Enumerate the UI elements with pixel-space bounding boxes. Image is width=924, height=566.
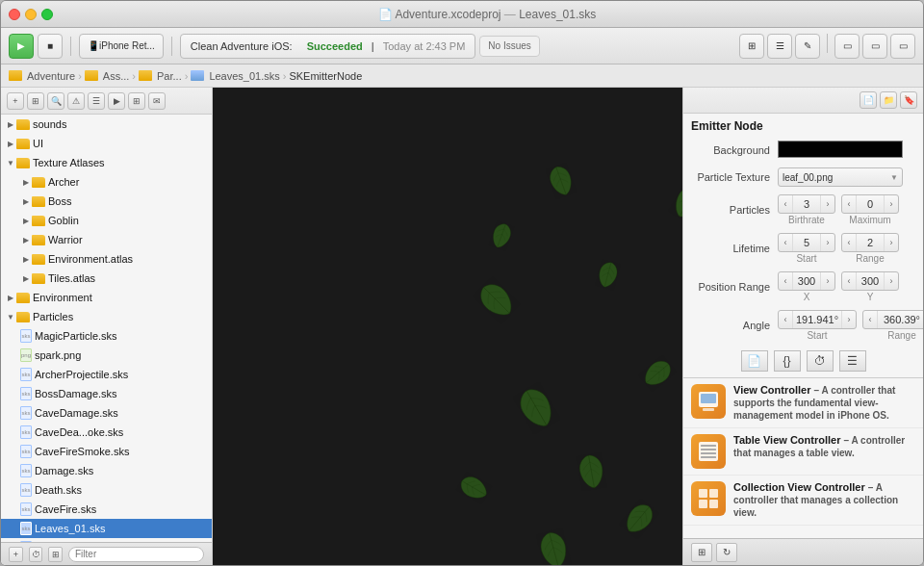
- disclosure-warrior: [20, 234, 32, 245]
- rp-refresh-icon[interactable]: ↻: [716, 543, 737, 562]
- sidebar-item-cavedea[interactable]: sks CaveDea...oke.sks: [1, 423, 212, 442]
- sidebar-item-spark[interactable]: png spark.png: [1, 346, 212, 365]
- maximum-stepper[interactable]: ‹ 0 ›: [841, 194, 899, 214]
- minimize-button[interactable]: [25, 9, 37, 20]
- sb-btn-7[interactable]: ⊞: [128, 92, 145, 110]
- breadcrumb-item-1[interactable]: Adventure: [27, 70, 75, 82]
- sidebar-item-environment[interactable]: Environment: [1, 288, 212, 307]
- position-y-dec[interactable]: ‹: [842, 271, 856, 291]
- seg-list[interactable]: ☰: [839, 350, 866, 372]
- sidebar-item-env-atlas[interactable]: Environment.atlas: [1, 249, 212, 269]
- position-y-col: ‹ 300 › Y: [841, 271, 899, 302]
- rp-grid-icon[interactable]: ⊞: [691, 543, 712, 562]
- angle-range-value: 360.39°: [877, 311, 923, 328]
- birthrate-stepper[interactable]: ‹ 3 ›: [778, 194, 835, 214]
- lifetime-range-inc[interactable]: ›: [885, 233, 898, 252]
- sidebar-item-boss[interactable]: Boss: [1, 192, 212, 211]
- sidebar: + ⊞ 🔍 ⚠ ☰ ▶ ⊞ ✉ sounds UI: [1, 88, 213, 565]
- lifetime-start-inc[interactable]: ›: [821, 233, 834, 252]
- birthrate-dec[interactable]: ‹: [779, 194, 792, 214]
- canvas-area[interactable]: [213, 88, 682, 565]
- sb-btn-6[interactable]: ▶: [108, 92, 125, 110]
- angle-start-inc[interactable]: ›: [842, 310, 856, 329]
- sidebar-item-cavedamage[interactable]: sks CaveDamage.sks: [1, 403, 212, 423]
- stop-button[interactable]: ■: [38, 34, 63, 59]
- particles-label: Particles: [691, 204, 778, 216]
- sidebar-item-warrior[interactable]: Warrior: [1, 230, 212, 249]
- filter-button[interactable]: ⊞: [48, 547, 63, 562]
- breadcrumb-item-3[interactable]: Par...: [157, 70, 182, 82]
- sidebar-item-sounds[interactable]: sounds: [1, 115, 212, 134]
- panel-center[interactable]: ▭: [862, 34, 887, 59]
- angle-start-dec[interactable]: ‹: [779, 310, 792, 329]
- lifetime-range-dec[interactable]: ‹: [842, 233, 856, 252]
- view-toggle-1[interactable]: ⊞: [739, 34, 764, 59]
- rp-icon-1[interactable]: 📄: [860, 91, 877, 109]
- sb-btn-1[interactable]: +: [7, 92, 24, 110]
- rp-icon-3[interactable]: 🔖: [900, 91, 917, 109]
- maximum-inc[interactable]: ›: [885, 194, 898, 214]
- rp-icon-2[interactable]: 📁: [880, 91, 897, 109]
- particle-texture-select[interactable]: leaf_00.png ▼: [778, 167, 903, 187]
- sidebar-item-bossdamage[interactable]: sks BossDamage.sks: [1, 384, 212, 403]
- maximum-dec[interactable]: ‹: [842, 194, 856, 214]
- position-x-inc[interactable]: ›: [821, 271, 834, 291]
- position-x-dec[interactable]: ‹: [779, 271, 792, 291]
- breadcrumb-item-2[interactable]: Ass...: [103, 70, 130, 82]
- breadcrumb-item-4[interactable]: Leaves_01.sks: [209, 70, 279, 82]
- lifetime-range-stepper[interactable]: ‹ 2 ›: [841, 233, 899, 252]
- emitter-node-header: Emitter Node: [683, 114, 923, 137]
- position-y-inc[interactable]: ›: [885, 271, 898, 291]
- run-button[interactable]: ▶: [9, 34, 34, 59]
- close-button[interactable]: [9, 9, 20, 20]
- seg-history[interactable]: ⏱: [807, 350, 834, 372]
- folder-icon-archer: [32, 177, 45, 188]
- breadcrumb-folder-3: [191, 70, 204, 81]
- position-y-stepper[interactable]: ‹ 300 ›: [841, 271, 899, 291]
- sb-btn-8[interactable]: ✉: [148, 92, 166, 110]
- panel-right[interactable]: ▭: [890, 34, 915, 59]
- particle-texture-value: leaf_00.png ▼: [778, 167, 915, 187]
- sb-btn-5[interactable]: ☰: [88, 92, 105, 110]
- sidebar-item-tiles-atlas[interactable]: Tiles.atlas: [1, 269, 212, 288]
- sb-btn-2[interactable]: ⊞: [27, 92, 44, 110]
- birthrate-inc[interactable]: ›: [821, 194, 834, 214]
- lifetime-start-dec[interactable]: ‹: [779, 233, 792, 252]
- file-icon-magicparticle: sks: [20, 329, 32, 343]
- seg-code[interactable]: {}: [774, 350, 801, 372]
- seg-file[interactable]: 📄: [741, 350, 768, 372]
- issues-badge: No Issues: [479, 36, 539, 57]
- lib-icon-vc: [691, 384, 726, 419]
- sidebar-item-damage[interactable]: sks Damage.sks: [1, 461, 212, 480]
- panel-left[interactable]: ▭: [834, 34, 860, 59]
- scheme-selector[interactable]: 📱 iPhone Ret...: [79, 34, 164, 59]
- sidebar-item-cavefire-smoke[interactable]: sks CaveFireSmoke.sks: [1, 442, 212, 461]
- angle-start-stepper[interactable]: ‹ 191.941° ›: [778, 310, 857, 329]
- sidebar-item-death[interactable]: sks Death.sks: [1, 480, 212, 500]
- sb-btn-4[interactable]: ⚠: [67, 92, 85, 110]
- sidebar-item-texture-atlases[interactable]: Texture Atlases: [1, 153, 212, 172]
- breadcrumb-item-5[interactable]: SKEmitterNode: [289, 70, 362, 82]
- sb-btn-3[interactable]: 🔍: [47, 92, 64, 110]
- maximize-button[interactable]: [41, 9, 53, 20]
- position-x-stepper[interactable]: ‹ 300 ›: [778, 271, 835, 291]
- sidebar-item-cavefire[interactable]: sks CaveFire.sks: [1, 500, 212, 519]
- angle-range-dec[interactable]: ‹: [863, 310, 877, 329]
- sidebar-item-archerprojectile[interactable]: sks ArcherProjectile.sks: [1, 365, 212, 384]
- background-color-swatch[interactable]: [778, 141, 903, 158]
- history-button[interactable]: ⏱: [29, 547, 43, 562]
- sidebar-item-ui[interactable]: UI: [1, 134, 212, 153]
- lifetime-start-stepper[interactable]: ‹ 5 ›: [778, 233, 835, 252]
- position-y-label: Y: [867, 292, 874, 302]
- view-toggle-2[interactable]: ☰: [767, 34, 792, 59]
- filter-input[interactable]: [68, 547, 204, 562]
- folder-icon-sounds: [16, 119, 30, 130]
- sidebar-item-particles[interactable]: Particles: [1, 307, 212, 326]
- view-toggle-3[interactable]: ✎: [795, 34, 820, 59]
- sidebar-item-leaves01[interactable]: sks Leaves_01.sks: [1, 519, 212, 538]
- add-file-button[interactable]: +: [9, 547, 23, 562]
- sidebar-item-magicparticle[interactable]: sks MagicParticle.sks: [1, 326, 212, 346]
- sidebar-item-goblin[interactable]: Goblin: [1, 211, 212, 230]
- angle-range-stepper[interactable]: ‹ 360.39° ›: [862, 310, 923, 329]
- sidebar-item-archer[interactable]: Archer: [1, 172, 212, 192]
